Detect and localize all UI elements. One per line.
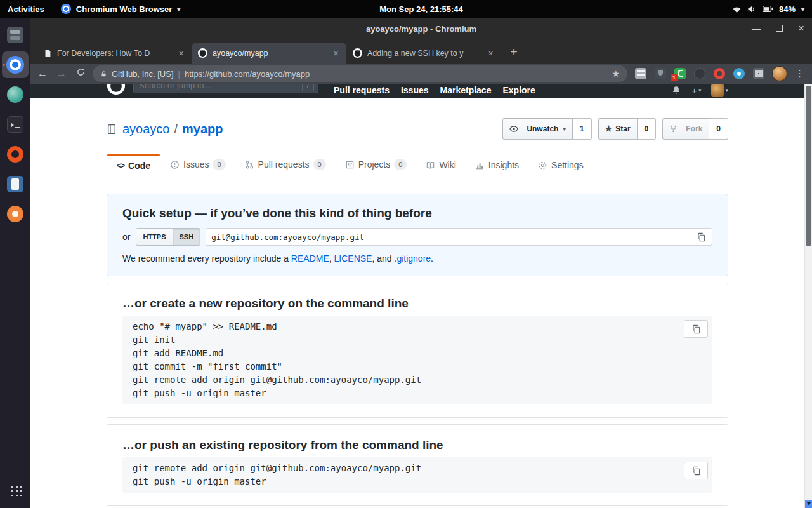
green-extension-icon[interactable]: 1 bbox=[674, 68, 686, 79]
activities-button[interactable]: Activities bbox=[8, 4, 44, 14]
tab-insights[interactable]: Insights bbox=[466, 154, 528, 177]
new-tab-button[interactable]: + bbox=[505, 43, 523, 61]
tab-projects[interactable]: Projects 0 bbox=[336, 152, 417, 177]
nav-issues[interactable]: Issues bbox=[401, 85, 429, 95]
close-icon[interactable]: × bbox=[331, 48, 341, 58]
window-title: ayoayco/myapp - Chromium bbox=[366, 24, 476, 34]
dock-item-writer[interactable] bbox=[2, 171, 29, 197]
tab-settings[interactable]: Settings bbox=[528, 154, 593, 177]
scrollbar-thumb[interactable] bbox=[806, 86, 811, 246]
repo-owner-link[interactable]: ayoayco bbox=[122, 121, 170, 137]
show-applications-button[interactable] bbox=[2, 476, 29, 503]
grid-extension-icon[interactable] bbox=[753, 68, 764, 79]
copy-remote-url-button[interactable] bbox=[690, 228, 712, 246]
user-menu[interactable]: ▾ bbox=[711, 84, 728, 97]
red-circle-extension-icon[interactable] bbox=[714, 68, 725, 79]
volume-icon bbox=[747, 5, 757, 13]
address-bar[interactable]: GitHub, Inc. [US] | https://github.com/a… bbox=[93, 65, 627, 82]
clock[interactable]: Mon Sep 24, 21:55:44 bbox=[379, 4, 463, 14]
maximize-button[interactable] bbox=[776, 24, 783, 33]
push-existing-title: …or push an existing repository from the… bbox=[122, 438, 712, 452]
window-titlebar[interactable]: ayoayco/myapp - Chromium — × bbox=[30, 18, 812, 39]
recommend-sep: , bbox=[329, 253, 334, 264]
remote-url-input[interactable] bbox=[206, 228, 690, 246]
stars-count[interactable]: 0 bbox=[638, 118, 657, 140]
search-input[interactable] bbox=[138, 84, 302, 91]
watchers-count[interactable]: 1 bbox=[573, 118, 592, 140]
https-button[interactable]: HTTPS bbox=[136, 228, 173, 246]
tab-ssh-key[interactable]: Adding a new SSH key to y × bbox=[346, 43, 501, 64]
blue-circle-extension-icon[interactable] bbox=[733, 68, 745, 79]
battery-icon bbox=[763, 5, 773, 13]
reload-button[interactable] bbox=[74, 67, 88, 81]
license-link[interactable]: LICENSE bbox=[334, 253, 372, 264]
unwatch-label: Unwatch bbox=[527, 121, 558, 137]
star-button[interactable]: ★ Star bbox=[598, 118, 638, 140]
dark-circle-extension-icon[interactable] bbox=[694, 68, 705, 79]
tab-ayoayco-myapp[interactable]: ayoayco/myapp × bbox=[192, 43, 346, 64]
nav-explore[interactable]: Explore bbox=[502, 85, 535, 95]
push-existing-section: …or push an existing repository from the… bbox=[107, 424, 728, 506]
close-icon[interactable]: × bbox=[485, 48, 496, 58]
ssh-button[interactable]: SSH bbox=[173, 228, 201, 246]
tab-wiki[interactable]: Wiki bbox=[416, 154, 465, 177]
url-separator: | bbox=[178, 69, 180, 79]
scrollbar-down-button[interactable] bbox=[805, 500, 812, 508]
lock-icon[interactable] bbox=[100, 70, 107, 78]
github-nav: Pull requests Issues Marketplace Explore bbox=[334, 85, 535, 95]
reader-extension-icon[interactable] bbox=[635, 68, 646, 79]
forward-button[interactable]: → bbox=[55, 67, 69, 81]
app-menu[interactable]: Chromium Web Browser ▾ bbox=[61, 4, 180, 14]
tab-label: Projects bbox=[358, 159, 391, 170]
copy-push-commands-button[interactable] bbox=[684, 462, 708, 479]
top-bar: Activities Chromium Web Browser ▾ Mon Se… bbox=[0, 0, 812, 18]
bell-icon[interactable] bbox=[671, 85, 681, 96]
browser-menu-button[interactable]: ⋮ bbox=[792, 68, 807, 79]
close-button[interactable]: × bbox=[798, 24, 804, 33]
back-button[interactable]: ← bbox=[36, 67, 49, 81]
fork-button[interactable]: Fork bbox=[662, 118, 709, 140]
github-logo[interactable] bbox=[107, 84, 126, 95]
system-tray[interactable]: 84% ▾ bbox=[732, 4, 804, 14]
globe-icon bbox=[7, 86, 23, 103]
close-icon[interactable]: × bbox=[176, 48, 187, 58]
minimize-button[interactable]: — bbox=[752, 24, 761, 33]
gitignore-link[interactable]: .gitignore bbox=[395, 253, 431, 264]
ev-certificate-label: GitHub, Inc. [US] bbox=[112, 69, 174, 79]
bookmark-star-icon[interactable]: ★ bbox=[612, 69, 620, 79]
create-new-button[interactable]: + ▾ bbox=[691, 85, 701, 96]
forks-count[interactable]: 0 bbox=[709, 118, 728, 140]
repo-name-link[interactable]: myapp bbox=[182, 121, 223, 137]
dock-item-terminal[interactable] bbox=[2, 111, 29, 138]
profile-avatar[interactable] bbox=[772, 66, 787, 81]
dock-item-music[interactable] bbox=[2, 141, 29, 168]
tab-code[interactable]: <> Code bbox=[107, 154, 160, 177]
tab-label: Wiki bbox=[439, 160, 455, 170]
unwatch-button[interactable]: Unwatch ▾ bbox=[502, 118, 573, 140]
nav-marketplace[interactable]: Marketplace bbox=[440, 85, 492, 95]
help-icon bbox=[7, 206, 23, 222]
document-app-icon bbox=[7, 176, 23, 192]
wiki-icon bbox=[426, 161, 435, 170]
graph-icon bbox=[475, 161, 485, 170]
clipboard-icon bbox=[697, 232, 706, 242]
tab-for-developers[interactable]: For Developers: How To D × bbox=[37, 43, 192, 64]
readme-link[interactable]: README bbox=[291, 253, 329, 264]
code-line: git add README.md bbox=[133, 347, 702, 360]
shield-extension-icon[interactable] bbox=[655, 68, 666, 79]
github-search-box[interactable]: / bbox=[133, 84, 318, 93]
tab-pull-requests[interactable]: Pull requests 0 bbox=[235, 152, 336, 177]
code-line: git remote add origin git@github.com:ayo… bbox=[133, 462, 702, 475]
page-scrollbar[interactable] bbox=[804, 84, 812, 508]
dock-item-web[interactable] bbox=[2, 81, 29, 108]
url-text: https://github.com/ayoayco/myapp bbox=[185, 69, 608, 79]
code-line: git push -u origin master bbox=[133, 475, 702, 488]
copy-create-commands-button[interactable] bbox=[684, 320, 708, 338]
tab-issues[interactable]: Issues 0 bbox=[160, 152, 235, 177]
dock-item-files[interactable] bbox=[2, 22, 29, 48]
recommend-text: We recommend every repository include a … bbox=[122, 253, 712, 264]
nav-pull-requests[interactable]: Pull requests bbox=[334, 85, 390, 95]
dock-item-help[interactable] bbox=[2, 201, 29, 227]
dock-item-chromium[interactable] bbox=[2, 51, 29, 78]
repo-head: ayoayco / myapp Unwatch ▾ 1 bbox=[107, 98, 728, 140]
